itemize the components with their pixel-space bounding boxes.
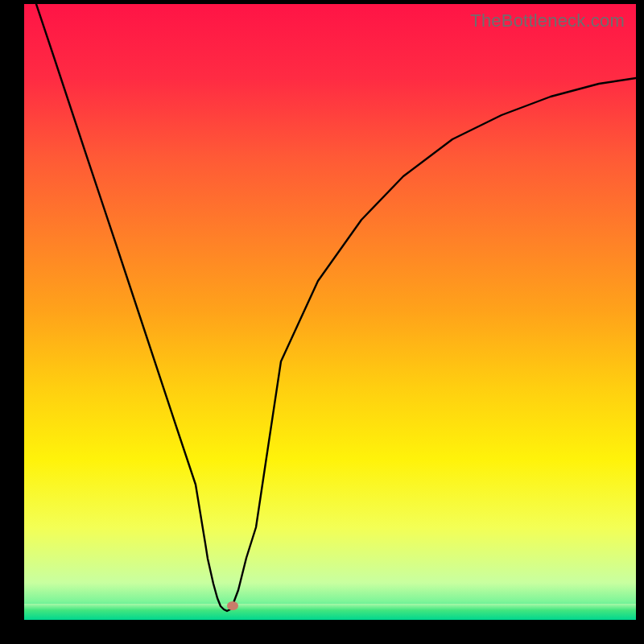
optimal-point-marker (227, 601, 238, 610)
bottleneck-curve (24, 4, 636, 620)
watermark: TheBottleneck.com (470, 10, 625, 31)
chart-area: TheBottleneck.com (24, 4, 636, 620)
